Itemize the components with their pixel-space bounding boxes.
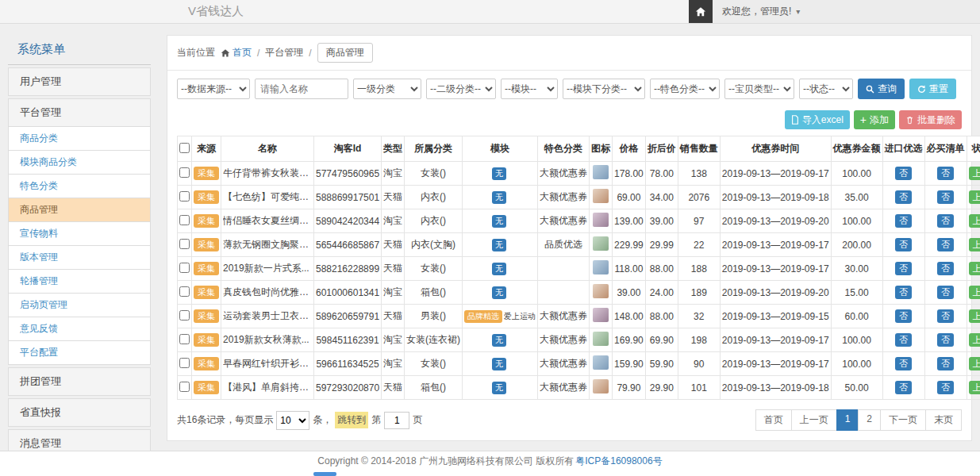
must-buy-toggle[interactable]: 否 bbox=[937, 238, 954, 251]
batch-delete-button[interactable]: 批量删除 bbox=[899, 110, 962, 129]
must-buy-toggle[interactable]: 否 bbox=[937, 309, 954, 323]
row-checkbox[interactable] bbox=[179, 334, 190, 344]
page-button[interactable]: 首页 bbox=[755, 409, 792, 431]
product-thumbnail bbox=[593, 236, 609, 251]
filter-select[interactable]: 一级分类 bbox=[353, 79, 421, 99]
row-checkbox[interactable] bbox=[179, 310, 190, 321]
row-checkbox[interactable] bbox=[179, 239, 190, 249]
filter-select[interactable]: --二级分类-- bbox=[426, 79, 496, 99]
row-checkbox[interactable] bbox=[179, 167, 190, 178]
import-select-toggle[interactable]: 否 bbox=[895, 167, 912, 180]
row-checkbox[interactable] bbox=[179, 358, 190, 368]
category-cell: 女装() bbox=[405, 162, 463, 186]
status-toggle[interactable]: 上架 bbox=[969, 238, 980, 251]
product-name: 真皮钱包时尚优雅女士... bbox=[223, 286, 312, 299]
sidebar-item[interactable]: 模块商品分类 bbox=[8, 150, 151, 175]
sales-cell: 198 bbox=[678, 328, 720, 352]
sidebar-item[interactable]: 轮播管理 bbox=[8, 269, 151, 294]
filter-select[interactable]: --宝贝类型-- bbox=[724, 79, 794, 99]
feature-cell: 大额优惠券 bbox=[538, 162, 590, 186]
sidebar-item[interactable]: 宣传物料 bbox=[8, 221, 151, 246]
module-cell: 无 bbox=[463, 257, 538, 281]
page-button[interactable]: 1 bbox=[836, 409, 859, 431]
must-buy-toggle[interactable]: 否 bbox=[937, 262, 954, 275]
status-toggle[interactable]: 上架 bbox=[969, 333, 980, 347]
import-select-toggle[interactable]: 否 bbox=[895, 214, 912, 228]
status-cell: 上架 bbox=[967, 233, 980, 257]
page-button[interactable]: 上一页 bbox=[791, 409, 837, 431]
status-toggle[interactable]: 上架 bbox=[969, 190, 980, 204]
module-badge: 无 bbox=[492, 382, 506, 394]
row-checkbox[interactable] bbox=[179, 263, 190, 273]
reset-button[interactable]: 重置 bbox=[909, 79, 956, 99]
filter-select[interactable]: --状态-- bbox=[799, 79, 853, 99]
discount-price-cell: 88.00 bbox=[645, 257, 678, 281]
add-button[interactable]: + 添加 bbox=[854, 110, 895, 129]
import-select-toggle[interactable]: 否 bbox=[895, 238, 912, 251]
filter-select[interactable]: --模块下分类-- bbox=[563, 79, 645, 99]
import-select-toggle[interactable]: 否 bbox=[895, 381, 912, 394]
status-toggle[interactable]: 上架 bbox=[969, 262, 980, 275]
status-toggle[interactable]: 上架 bbox=[969, 357, 980, 370]
must-buy-toggle[interactable]: 否 bbox=[937, 214, 954, 228]
sidebar-item[interactable]: 拼团管理 bbox=[8, 367, 151, 396]
pagination: 首页 上一页 1 2 下一页 末页 bbox=[756, 409, 962, 431]
must-buy-toggle[interactable]: 否 bbox=[937, 190, 954, 204]
import-excel-label: 导入excel bbox=[802, 113, 844, 127]
coupon-time-cell: 2019-09-13—2019-09-20 bbox=[720, 281, 831, 305]
sidebar-item[interactable]: 商品分类 bbox=[8, 126, 151, 151]
data-source-select[interactable]: --数据来源-- bbox=[177, 79, 250, 99]
page-button[interactable]: 末页 bbox=[925, 409, 962, 431]
import-select-toggle[interactable]: 否 bbox=[895, 333, 912, 347]
status-toggle[interactable]: 上架 bbox=[969, 286, 980, 299]
import-select-toggle[interactable]: 否 bbox=[895, 357, 912, 370]
breadcrumb-item-parent[interactable]: 平台管理 bbox=[265, 46, 303, 60]
price-cell: 148.00 bbox=[613, 305, 646, 328]
sales-cell: 138 bbox=[678, 162, 720, 186]
status-toggle[interactable]: 上架 bbox=[969, 167, 980, 180]
sidebar-item[interactable]: 特色分类 bbox=[8, 174, 151, 198]
breadcrumb-home-link[interactable]: 首页 bbox=[221, 46, 252, 60]
page-button[interactable]: 2 bbox=[858, 409, 881, 431]
row-checkbox[interactable] bbox=[179, 191, 190, 202]
source-cell: 采集 bbox=[192, 328, 221, 352]
page-button[interactable]: 下一页 bbox=[880, 409, 926, 431]
icp-link[interactable]: 粤ICP备16098006号 bbox=[575, 455, 662, 468]
import-select-toggle[interactable]: 否 bbox=[895, 309, 912, 323]
status-toggle[interactable]: 上架 bbox=[969, 381, 980, 394]
sidebar-item[interactable]: 启动页管理 bbox=[8, 293, 151, 317]
must-buy-toggle[interactable]: 否 bbox=[937, 333, 954, 347]
filter-select[interactable]: --模块-- bbox=[501, 79, 558, 99]
sidebar-item[interactable]: 版本管理 bbox=[8, 245, 151, 270]
must-buy-toggle[interactable]: 否 bbox=[937, 167, 954, 180]
import-excel-button[interactable]: 导入excel bbox=[785, 110, 850, 129]
import-select-toggle[interactable]: 否 bbox=[895, 190, 912, 204]
status-toggle[interactable]: 上架 bbox=[969, 214, 980, 228]
filter-select[interactable]: --特色分类-- bbox=[650, 79, 720, 99]
jump-page-input[interactable] bbox=[384, 412, 409, 429]
user-menu[interactable]: 欢迎您，管理员! ▾ bbox=[713, 0, 980, 23]
must-buy-toggle[interactable]: 否 bbox=[937, 357, 954, 370]
sidebar-item[interactable]: 意见反馈 bbox=[8, 317, 151, 341]
type-cell: 淘宝 bbox=[382, 162, 405, 186]
home-button[interactable] bbox=[689, 0, 713, 23]
search-button[interactable]: 查询 bbox=[858, 79, 905, 99]
import-select-toggle[interactable]: 否 bbox=[895, 286, 912, 299]
row-checkbox[interactable] bbox=[179, 382, 190, 392]
sidebar-item[interactable]: 省直快报 bbox=[8, 398, 151, 427]
column-header-coupon-amount: 优惠券金额 bbox=[831, 136, 882, 162]
sidebar-item[interactable]: 平台配置 bbox=[8, 340, 151, 365]
must-buy-toggle[interactable]: 否 bbox=[937, 286, 954, 299]
row-checkbox[interactable] bbox=[179, 215, 190, 225]
must-buy-toggle[interactable]: 否 bbox=[937, 381, 954, 394]
sidebar-item[interactable]: 用户管理 bbox=[8, 67, 151, 96]
import-select-toggle[interactable]: 否 bbox=[895, 262, 912, 275]
name-input[interactable] bbox=[255, 79, 348, 99]
select-all-checkbox[interactable] bbox=[179, 143, 190, 153]
status-toggle[interactable]: 上架 bbox=[969, 309, 980, 323]
sidebar-item[interactable]: 商品管理 bbox=[8, 198, 151, 222]
sidebar-item[interactable]: 平台管理 bbox=[8, 98, 151, 127]
per-page-select[interactable]: 10 bbox=[276, 411, 309, 430]
horizontal-scrollbar-thumb[interactable] bbox=[313, 472, 336, 476]
row-checkbox[interactable] bbox=[179, 286, 190, 297]
